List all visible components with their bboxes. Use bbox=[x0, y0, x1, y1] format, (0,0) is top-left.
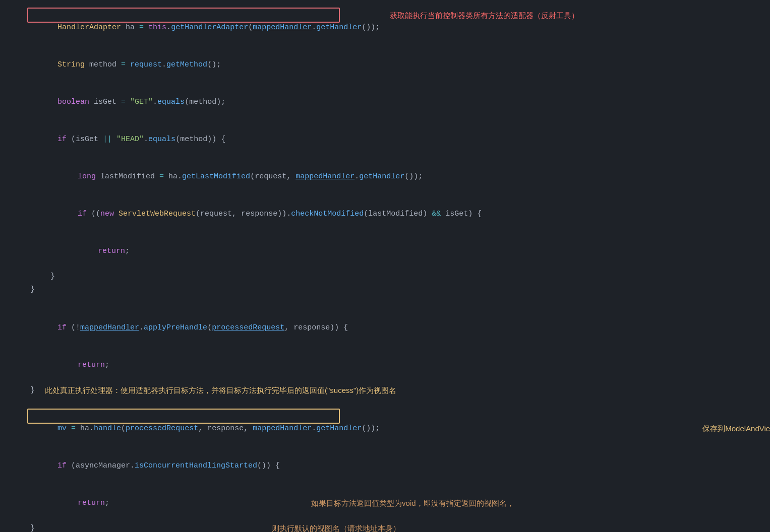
comment-void-1: 如果目标方法返回值类型为void，即没有指定返回的视图名， bbox=[311, 497, 514, 509]
code-line-4: if (isGet || "HEAD".equals(method)) { bbox=[30, 121, 760, 158]
code-line-12: return; bbox=[50, 347, 760, 384]
code-text: } bbox=[50, 271, 55, 283]
code-text: boolean isGet = "GET".equals(method); bbox=[30, 84, 225, 120]
code-line-7: return; bbox=[71, 233, 760, 270]
code-text: String method = request.getMethod(); bbox=[30, 47, 221, 83]
code-line-1: HandlerAdapter ha = this.getHandlerAdapt… bbox=[30, 9, 760, 46]
comment-handler-exec: 此处真正执行处理器：使用适配器执行目标方法，并将目标方法执行完毕后的返回值("s… bbox=[45, 384, 396, 396]
comment-void-2: 则执行默认的视图名（请求地址本身） bbox=[272, 522, 400, 532]
code-text: if ((new ServletWebRequest(request, resp… bbox=[50, 196, 482, 232]
code-text: if (!mappedHandler.applyPreHandle(proces… bbox=[30, 310, 348, 346]
code-text: } bbox=[30, 284, 35, 296]
code-line-3: boolean isGet = "GET".equals(method); bbox=[30, 84, 760, 121]
code-line-9: } bbox=[30, 283, 760, 296]
code-line-8: } bbox=[50, 270, 760, 283]
code-text: if (isGet || "HEAD".equals(method)) { bbox=[30, 121, 225, 158]
code-text: mv = ha.handle(processedRequest, respons… bbox=[30, 411, 380, 447]
code-line-18: } 则执行默认的视图名（请求地址本身） bbox=[30, 522, 760, 532]
code-text: } bbox=[30, 522, 35, 532]
comment-adapter: 获取能执行当前控制器类所有方法的适配器（反射工具） bbox=[390, 10, 579, 22]
code-line-blank-1 bbox=[10, 296, 760, 309]
code-text: return; bbox=[71, 233, 130, 270]
code-text: long lastModified = ha.getLastModified(r… bbox=[50, 159, 423, 195]
code-line-16: if (asyncManager.isConcurrentHandlingSta… bbox=[30, 447, 760, 485]
code-line-6: if ((new ServletWebRequest(request, resp… bbox=[50, 195, 760, 233]
code-line-11: if (!mappedHandler.applyPreHandle(proces… bbox=[30, 309, 760, 347]
comment-save-model: 保存到ModelAndView对象 bbox=[702, 423, 770, 435]
code-text: HandlerAdapter ha = this.getHandlerAdapt… bbox=[30, 10, 380, 46]
code-text: if (asyncManager.isConcurrentHandlingSta… bbox=[30, 448, 280, 484]
code-line-15: mv = ha.handle(processedRequest, respons… bbox=[30, 410, 760, 447]
code-text: return; bbox=[50, 485, 109, 521]
code-line-blank-2 bbox=[10, 397, 760, 410]
code-line-17: return; 如果目标方法返回值类型为void，即没有指定返回的视图名， bbox=[50, 485, 760, 522]
code-line-13: } 此处真正执行处理器：使用适配器执行目标方法，并将目标方法执行完毕后的返回值(… bbox=[30, 384, 760, 397]
code-container: HandlerAdapter ha = this.getHandlerAdapt… bbox=[0, 0, 770, 532]
code-text: return; bbox=[50, 347, 109, 383]
code-line-5: long lastModified = ha.getLastModified(r… bbox=[50, 158, 760, 195]
code-text: } bbox=[30, 384, 35, 396]
code-line-2: String method = request.getMethod(); bbox=[30, 46, 760, 84]
